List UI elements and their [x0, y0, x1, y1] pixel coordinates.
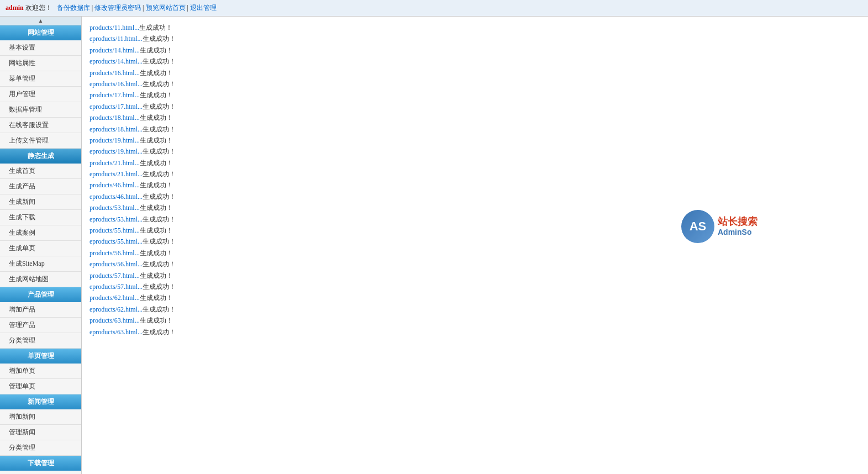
log-link-4[interactable]: products/16.html...: [90, 69, 140, 77]
sidebar-section-site-management[interactable]: 网站管理: [0, 25, 81, 40]
sidebar-item-upload-management[interactable]: 上传文件管理: [0, 133, 81, 149]
log-entry-9: eproducts/18.html...生成成功！: [90, 124, 860, 135]
log-entry-23: eproducts/57.html...生成成功！: [90, 281, 860, 292]
log-status-2: 生成成功！: [140, 46, 173, 54]
logout-link[interactable]: 退出管理: [190, 4, 217, 12]
sidebar-item-gen-news[interactable]: 生成新闻: [0, 194, 81, 210]
sidebar-item-gen-products[interactable]: 生成产品: [0, 179, 81, 194]
log-status-3: 生成成功！: [143, 57, 176, 65]
sidebar-item-gen-sitemap[interactable]: 生成SiteMap: [0, 256, 81, 272]
log-entry-12: products/21.html...生成成功！: [90, 157, 860, 168]
log-link-25[interactable]: eproducts/62.html...: [90, 306, 143, 313]
log-link-9[interactable]: eproducts/18.html...: [90, 125, 143, 133]
sidebar-item-menu-management[interactable]: 菜单管理: [0, 71, 81, 87]
sidebar-item-manage-singles[interactable]: 管理单页: [0, 379, 81, 394]
log-link-6[interactable]: products/17.html...: [90, 91, 140, 99]
content-area: products/11.html...生成成功！eproducts/11.htm…: [82, 17, 868, 474]
log-status-11: 生成成功！: [143, 148, 176, 155]
log-link-3[interactable]: eproducts/14.html...: [90, 57, 143, 65]
log-link-17[interactable]: eproducts/53.html...: [90, 215, 143, 223]
sidebar-section-static-generation[interactable]: 静态生成: [0, 149, 81, 164]
log-entry-17: eproducts/53.html...生成成功！: [90, 214, 860, 225]
log-entry-19: eproducts/55.html...生成成功！: [90, 236, 860, 247]
log-status-4: 生成成功！: [140, 69, 173, 77]
log-link-12[interactable]: products/21.html...: [90, 159, 140, 167]
log-link-19[interactable]: eproducts/55.html...: [90, 238, 143, 245]
log-link-26[interactable]: products/63.html...: [90, 317, 140, 324]
log-entry-16: products/53.html...生成成功！: [90, 202, 860, 213]
sidebar-item-gen-homepage[interactable]: 生成首页: [0, 164, 81, 179]
log-link-20[interactable]: products/56.html...: [90, 249, 140, 257]
log-status-21: 生成成功！: [143, 260, 176, 268]
log-status-27: 生成成功！: [143, 328, 176, 336]
log-status-20: 生成成功！: [140, 249, 173, 257]
log-link-2[interactable]: products/14.html...: [90, 46, 140, 54]
sidebar-item-category-news[interactable]: 分类管理: [0, 440, 81, 456]
log-link-15[interactable]: eproducts/46.html...: [90, 193, 143, 201]
log-container: products/11.html...生成成功！eproducts/11.htm…: [90, 22, 860, 338]
sidebar-section-product-management[interactable]: 产品管理: [0, 287, 81, 302]
log-link-18[interactable]: products/55.html...: [90, 227, 140, 234]
sidebar-item-manage-news[interactable]: 管理新闻: [0, 425, 81, 440]
sidebar-item-gen-sitemap-page[interactable]: 生成网站地图: [0, 272, 81, 287]
log-link-7[interactable]: eproducts/17.html...: [90, 103, 143, 110]
log-link-8[interactable]: products/18.html...: [90, 114, 140, 122]
log-entry-13: eproducts/21.html...生成成功！: [90, 168, 860, 180]
log-status-25: 生成成功！: [143, 306, 176, 313]
sidebar-section-download-management[interactable]: 下载管理: [0, 456, 81, 471]
log-status-15: 生成成功！: [143, 193, 176, 201]
log-link-0[interactable]: products/11.html...: [90, 24, 139, 31]
backup-db-link[interactable]: 备份数据库: [57, 4, 90, 12]
sidebar-item-add-product[interactable]: 增加产品: [0, 302, 81, 318]
sidebar-item-add-download[interactable]: 增加下载: [0, 471, 81, 474]
log-link-21[interactable]: eproducts/56.html...: [90, 260, 143, 268]
sidebar-item-gen-downloads[interactable]: 生成下载: [0, 210, 81, 225]
sidebar-item-add-single[interactable]: 增加单页: [0, 364, 81, 379]
main-layout: ▲ 网站管理 基本设置 网站属性 菜单管理 用户管理 数据库管理 在线客服设置 …: [0, 17, 868, 474]
log-entry-14: products/46.html...生成成功！: [90, 180, 860, 191]
sidebar-item-manage-products[interactable]: 管理产品: [0, 318, 81, 333]
sidebar-item-basic-settings[interactable]: 基本设置: [0, 40, 81, 56]
sidebar-item-category-products[interactable]: 分类管理: [0, 333, 81, 349]
sidebar: ▲ 网站管理 基本设置 网站属性 菜单管理 用户管理 数据库管理 在线客服设置 …: [0, 17, 82, 474]
sidebar-section-news-management[interactable]: 新闻管理: [0, 394, 81, 409]
log-status-1: 生成成功！: [143, 35, 176, 43]
log-status-12: 生成成功！: [140, 159, 173, 167]
log-status-9: 生成成功！: [143, 125, 176, 133]
sidebar-item-gen-cases[interactable]: 生成案例: [0, 225, 81, 241]
log-link-13[interactable]: eproducts/21.html...: [90, 170, 143, 178]
log-link-22[interactable]: products/57.html...: [90, 272, 140, 280]
preview-site-link[interactable]: 预览网站首页: [146, 4, 186, 12]
sidebar-section-single-page-management[interactable]: 单页管理: [0, 349, 81, 364]
log-entry-20: products/56.html...生成成功！: [90, 247, 860, 259]
log-status-14: 生成成功！: [140, 181, 173, 189]
log-entry-18: products/55.html...生成成功！: [90, 225, 860, 236]
change-password-link[interactable]: 修改管理员密码: [94, 4, 141, 12]
log-link-14[interactable]: products/46.html...: [90, 181, 140, 189]
log-entry-5: eproducts/16.html...生成成功！: [90, 78, 860, 89]
sidebar-scroll-up[interactable]: ▲: [0, 17, 81, 25]
log-link-1[interactable]: eproducts/11.html...: [90, 35, 143, 43]
sidebar-item-add-news[interactable]: 增加新闻: [0, 409, 81, 425]
sidebar-item-database-management[interactable]: 数据库管理: [0, 102, 81, 118]
log-status-26: 生成成功！: [140, 317, 173, 324]
log-status-16: 生成成功！: [140, 204, 173, 212]
log-link-27[interactable]: eproducts/63.html...: [90, 328, 143, 336]
log-link-10[interactable]: products/19.html...: [90, 136, 140, 144]
log-link-23[interactable]: eproducts/57.html...: [90, 283, 143, 291]
admin-username: admin: [6, 4, 24, 12]
log-entry-22: products/57.html...生成成功！: [90, 270, 860, 281]
log-entry-1: eproducts/11.html...生成成功！: [90, 33, 860, 44]
header: admin 欢迎您！ 备份数据库 | 修改管理员密码 | 预览网站首页 | 退出…: [0, 0, 868, 17]
log-link-5[interactable]: eproducts/16.html...: [90, 80, 143, 88]
log-entry-27: eproducts/63.html...生成成功！: [90, 326, 860, 338]
log-link-11[interactable]: eproducts/19.html...: [90, 148, 143, 155]
sidebar-item-user-management[interactable]: 用户管理: [0, 87, 81, 102]
log-entry-26: products/63.html...生成成功！: [90, 315, 860, 326]
sidebar-item-site-attributes[interactable]: 网站属性: [0, 56, 81, 71]
sidebar-item-gen-singles[interactable]: 生成单页: [0, 241, 81, 256]
sidebar-item-customer-service[interactable]: 在线客服设置: [0, 118, 81, 133]
log-entry-6: products/17.html...生成成功！: [90, 89, 860, 101]
log-link-16[interactable]: products/53.html...: [90, 204, 140, 212]
log-link-24[interactable]: products/62.html...: [90, 294, 140, 302]
